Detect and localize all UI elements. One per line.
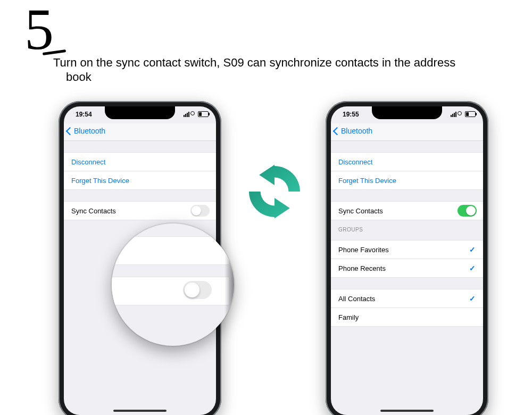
- sync-contacts-label: Sync Contacts: [71, 207, 116, 215]
- group-label: Phone Recents: [338, 264, 386, 272]
- back-button[interactable]: Bluetooth: [334, 127, 372, 135]
- contacts-label: All Contacts: [338, 295, 375, 303]
- chevron-left-icon: [66, 127, 74, 135]
- forget-device-button[interactable]: Forget This Device: [331, 171, 483, 190]
- status-time: 19:54: [76, 111, 92, 118]
- forget-label: Forget This Device: [338, 177, 396, 185]
- sync-contacts-row: Sync Contacts: [331, 201, 483, 220]
- home-indicator: [380, 410, 434, 412]
- nav-bar: Bluetooth: [64, 123, 216, 141]
- disconnect-button[interactable]: Disconnect: [64, 152, 216, 171]
- contacts-row-all[interactable]: All Contacts ✓: [331, 289, 483, 308]
- cellular-icon: [451, 112, 456, 117]
- sync-contacts-toggle[interactable]: [458, 205, 477, 217]
- group-label: Phone Favorites: [338, 246, 389, 254]
- disconnect-button[interactable]: Disconnect: [331, 152, 483, 171]
- home-indicator: [113, 410, 167, 412]
- sync-contacts-toggle[interactable]: [190, 205, 210, 217]
- status-time: 19:55: [343, 111, 359, 118]
- group-row-recents[interactable]: Phone Recents ✓: [331, 259, 483, 278]
- sync-icon: [243, 160, 306, 223]
- zoom-toggle-off: [183, 281, 212, 299]
- disconnect-label: Disconnect: [338, 158, 372, 166]
- groups-header: Groups: [331, 220, 483, 240]
- forget-device-button[interactable]: Forget This Device: [64, 171, 216, 190]
- disconnect-label: Disconnect: [71, 158, 105, 166]
- back-label: Bluetooth: [341, 127, 372, 135]
- check-icon: ✓: [469, 294, 476, 303]
- cellular-icon: [184, 112, 189, 117]
- zoom-magnifier: [112, 223, 234, 346]
- step-number: 5: [24, 0, 54, 59]
- chevron-left-icon: [333, 127, 342, 135]
- back-button[interactable]: Bluetooth: [67, 127, 105, 135]
- instruction-text-line2: book: [66, 70, 438, 84]
- forget-label: Forget This Device: [71, 177, 129, 185]
- contacts-row-family[interactable]: Family: [331, 308, 483, 327]
- nav-bar: Bluetooth: [331, 123, 483, 141]
- check-icon: ✓: [469, 245, 476, 254]
- battery-icon: [198, 111, 209, 117]
- battery-icon: [465, 111, 476, 117]
- check-icon: ✓: [469, 264, 476, 272]
- back-label: Bluetooth: [74, 127, 105, 135]
- group-row-favorites[interactable]: Phone Favorites ✓: [331, 240, 483, 259]
- instruction-text-line1: Turn on the sync contact switch, S09 can…: [53, 55, 479, 70]
- notch: [372, 106, 442, 119]
- contacts-label: Family: [338, 313, 359, 321]
- notch: [105, 106, 175, 119]
- status-indicator-icon: [458, 111, 462, 115]
- sync-contacts-row: Sync Contacts: [64, 201, 216, 220]
- phone-mockup-right: 19:55 Bluetooth Disconnect Forget This D…: [326, 101, 488, 415]
- sync-contacts-label: Sync Contacts: [338, 207, 383, 215]
- status-indicator-icon: [190, 111, 195, 115]
